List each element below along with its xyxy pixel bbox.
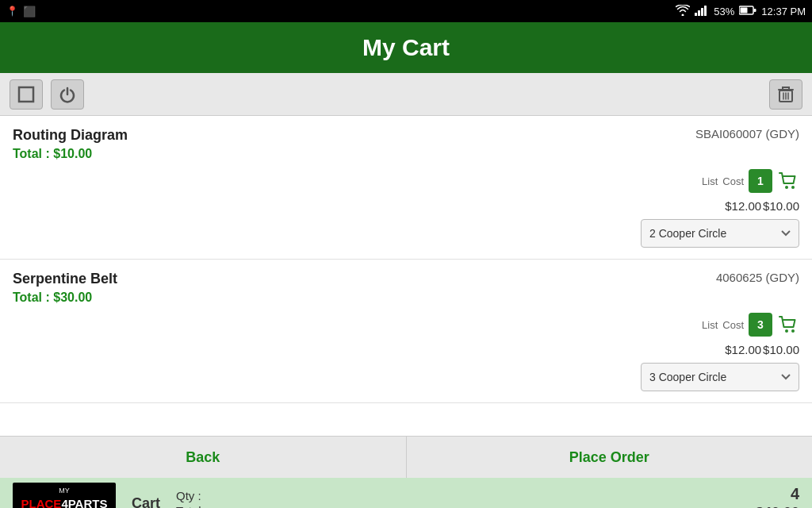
svg-rect-7	[19, 87, 33, 102]
footer-info: Qty : Total :	[176, 489, 756, 508]
svg-point-15	[785, 329, 788, 333]
wifi-icon	[676, 5, 690, 18]
item-0-cost-label: Cost	[722, 175, 744, 187]
cart-item-1-header: Serpentine Belt 4060625 (GDY)	[13, 271, 799, 287]
footer-qty-label: Qty :	[176, 489, 201, 502]
item-0-qty-badge: 1	[749, 169, 772, 193]
footer-item-count: 4	[791, 485, 799, 503]
svg-rect-2	[701, 8, 703, 16]
item-0-location-container: 2 Cooper Circle	[13, 219, 799, 248]
footer-cart-label: Cart	[132, 495, 160, 509]
item-0-name: Routing Diagram	[13, 127, 128, 144]
signal-icon	[695, 5, 709, 18]
qr-icon: ⬛	[23, 6, 36, 17]
item-1-sku: 4060625 (GDY)	[716, 271, 799, 284]
item-1-qty-badge: 3	[749, 313, 772, 337]
svg-rect-5	[741, 7, 748, 13]
footer-right-values: 4 $40.00	[756, 485, 799, 508]
cart-item-0-header: Routing Diagram SBAI060007 (GDY)	[13, 127, 799, 144]
cart-icon-1	[777, 314, 799, 336]
item-1-name: Serpentine Belt	[13, 271, 117, 287]
item-1-location-select[interactable]: 3 Cooper Circle	[641, 363, 799, 391]
cart-icon-0	[777, 170, 799, 192]
item-1-pricing-row: List Cost 3	[13, 313, 799, 337]
svg-rect-3	[704, 6, 707, 16]
cart-item-1: Serpentine Belt 4060625 (GDY) Total : $3…	[0, 260, 812, 403]
time-display: 12:37 PM	[761, 6, 806, 17]
toolbar-left-buttons	[10, 79, 84, 110]
cart-items-list: Routing Diagram SBAI060007 (GDY) Total :…	[0, 116, 812, 437]
status-bar-right: 53% 12:37 PM	[676, 5, 806, 18]
item-0-list-price: $12.00	[725, 199, 761, 213]
item-0-total: Total : $10.00	[13, 147, 799, 161]
footer-total-amount: $40.00	[756, 505, 799, 508]
power-button[interactable]	[51, 79, 84, 110]
item-0-list-label: List	[702, 175, 718, 187]
app-logo: MY PLACE4PARTS Find the right parts fast	[13, 483, 116, 508]
item-1-location-container: 3 Cooper Circle	[13, 363, 799, 391]
bottom-button-bar: Back Place Order	[0, 437, 812, 478]
item-1-cost-price: $10.00	[763, 343, 799, 356]
square-button[interactable]	[10, 79, 43, 110]
battery-icon	[739, 6, 756, 17]
svg-rect-1	[698, 10, 700, 16]
status-bar: 📍 ⬛ 53% 12	[0, 0, 812, 22]
footer-total-row: Total :	[176, 504, 756, 508]
item-1-list-price: $12.00	[725, 343, 761, 356]
item-1-cost-label: Cost	[722, 319, 744, 331]
footer-total-label: Total :	[176, 504, 208, 508]
item-0-location-select[interactable]: 2 Cooper Circle	[641, 219, 799, 248]
trash-button[interactable]	[769, 79, 802, 110]
location-icon: 📍	[6, 6, 18, 17]
item-1-list-label: List	[702, 319, 718, 331]
battery-text: 53%	[714, 6, 734, 17]
item-0-cost-price: $10.00	[763, 199, 799, 213]
item-0-sku: SBAI060007 (GDY)	[695, 127, 799, 140]
status-bar-left: 📍 ⬛	[6, 6, 36, 17]
item-1-total: Total : $30.00	[13, 291, 799, 305]
item-0-pricing-row: List Cost 1	[13, 169, 799, 193]
svg-point-16	[791, 329, 795, 333]
svg-rect-6	[754, 9, 756, 12]
page-title: My Cart	[362, 34, 450, 61]
svg-point-13	[785, 186, 788, 189]
cart-item-0: Routing Diagram SBAI060007 (GDY) Total :…	[0, 116, 812, 260]
footer-bar: MY PLACE4PARTS Find the right parts fast…	[0, 478, 812, 508]
app-header: My Cart	[0, 22, 812, 73]
footer-qty-row: Qty :	[176, 489, 756, 502]
svg-point-14	[791, 186, 795, 189]
place-order-button[interactable]: Place Order	[407, 437, 813, 478]
toolbar	[0, 73, 812, 116]
back-button[interactable]: Back	[0, 437, 407, 478]
svg-rect-0	[695, 13, 697, 16]
